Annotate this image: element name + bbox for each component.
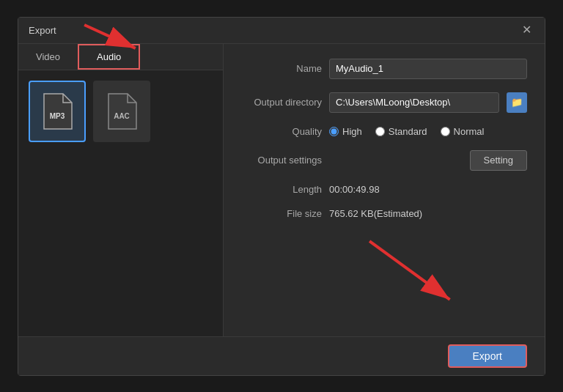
title-bar: Export ✕ xyxy=(18,18,545,44)
tab-video[interactable]: Video xyxy=(18,44,78,70)
output-dir-input[interactable] xyxy=(329,92,499,113)
output-settings-label: Output settings xyxy=(241,155,322,166)
name-row: Name xyxy=(241,59,527,79)
close-button[interactable]: ✕ xyxy=(519,23,534,37)
output-settings-row: Output settings Setting xyxy=(241,150,527,171)
svg-line-3 xyxy=(369,241,450,300)
output-dir-label: Output directory xyxy=(241,97,322,108)
quality-options: High Standard Normal xyxy=(329,126,484,137)
filesize-row: File size 765.62 KB(Estimated) xyxy=(241,208,527,219)
quality-normal-option[interactable]: Normal xyxy=(441,126,485,137)
mp3-icon: MP3 xyxy=(41,92,73,130)
svg-text:AAC: AAC xyxy=(114,112,130,120)
format-grid: MP3 AAC xyxy=(18,70,223,336)
name-label: Name xyxy=(241,63,322,74)
dialog-title: Export xyxy=(29,25,56,36)
quality-high-radio[interactable] xyxy=(329,127,339,136)
quality-standard-label: Standard xyxy=(389,126,427,137)
output-dir-row: Output directory 📁 xyxy=(241,92,527,113)
dialog-body: Video Audio MP3 xyxy=(18,44,545,336)
export-dialog: Export ✕ Video Audio MP3 xyxy=(18,17,545,376)
length-row: Length 00:00:49.98 xyxy=(241,184,527,195)
filesize-label: File size xyxy=(241,208,322,219)
format-mp3[interactable]: MP3 xyxy=(29,81,86,142)
left-panel: Video Audio MP3 xyxy=(18,44,224,336)
quality-normal-radio[interactable] xyxy=(441,127,450,136)
quality-high-option[interactable]: High xyxy=(329,126,362,137)
quality-normal-label: Normal xyxy=(454,126,485,137)
filesize-value: 765.62 KB(Estimated) xyxy=(329,208,422,219)
tab-audio[interactable]: Audio xyxy=(78,44,140,70)
setting-button[interactable]: Setting xyxy=(470,150,527,171)
quality-standard-option[interactable]: Standard xyxy=(375,126,427,137)
quality-high-label: High xyxy=(342,126,362,137)
name-input[interactable] xyxy=(329,59,527,79)
quality-label: Quality xyxy=(241,126,322,137)
length-label: Length xyxy=(241,184,322,195)
bottom-bar: Export xyxy=(18,336,545,375)
format-aac[interactable]: AAC xyxy=(93,81,150,142)
aac-icon: AAC xyxy=(106,92,138,130)
svg-text:MP3: MP3 xyxy=(50,112,65,120)
tab-bar: Video Audio xyxy=(18,44,223,70)
right-panel: Name Output directory 📁 Quality High xyxy=(224,44,545,336)
quality-standard-radio[interactable] xyxy=(375,127,385,136)
quality-row: Quality High Standard Normal xyxy=(241,126,527,137)
length-value: 00:00:49.98 xyxy=(329,184,380,195)
folder-browse-button[interactable]: 📁 xyxy=(507,92,527,113)
folder-icon: 📁 xyxy=(511,97,523,108)
export-button[interactable]: Export xyxy=(448,344,527,368)
